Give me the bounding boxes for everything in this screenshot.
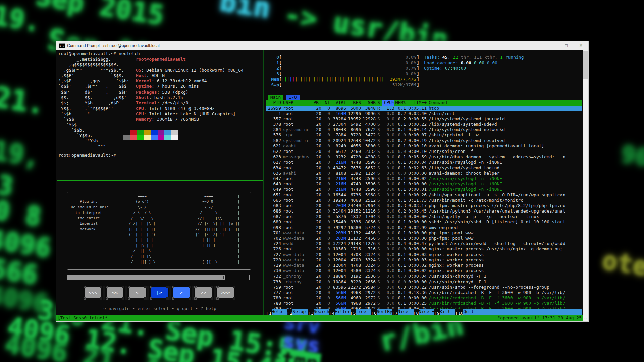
player-button-forward[interactable]: >> <box>195 287 212 298</box>
process-row[interactable]: 622root200661224602332S0.00.00:00.10/usr… <box>266 149 582 154</box>
tab-main[interactable]: Main <box>268 95 283 100</box>
process-cell: 0:00.00 <box>406 279 427 285</box>
player-button-step-forward[interactable]: > <box>173 287 190 298</box>
process-row[interactable]: 777root200566M49682972S0.00.10:18.36/usr… <box>266 290 582 295</box>
column-header-s[interactable]: S <box>376 100 382 106</box>
fkey-search[interactable]: F3Search <box>308 309 329 315</box>
scroll-down-icon[interactable]: ⌄ <box>583 316 588 321</box>
fkey-nice[interactable]: F8Nice + <box>414 309 435 315</box>
process-row[interactable]: 621avahi200824040563800S0.00.10:00.10ava… <box>266 143 582 149</box>
column-header-command[interactable]: Command <box>429 100 582 106</box>
maximize-button[interactable]: □ <box>559 41 574 50</box>
scrollbar[interactable]: ⌄ <box>583 50 588 321</box>
process-row[interactable]: 698root20079292163805724S0.00.20:02.99om… <box>266 225 582 230</box>
process-row[interactable]: 636avahi200810813921124S0.00.00:00.00ava… <box>266 171 582 176</box>
column-header-cpu[interactable]: CPU% <box>382 100 394 106</box>
process-row[interactable]: 702www-data200203M111324456S0.00.10:00.0… <box>266 236 582 241</box>
player-button-rewind[interactable]: << <box>107 287 123 298</box>
process-row[interactable]: 1root200164M122969096S0.00.20:03.40/sbin… <box>266 111 582 116</box>
process-row[interactable]: 357root200332841395212928S0.00.20:00.55/… <box>266 116 582 122</box>
fkey-help[interactable]: F1Help <box>266 309 287 315</box>
process-cell: avahi-daemon: running [openmediavault.lo… <box>429 143 582 149</box>
htop-meter: 1[0.0%] <box>268 60 419 66</box>
minimize-button[interactable]: – <box>544 41 559 50</box>
process-cell: 83596 <box>330 285 346 290</box>
fkey-quit[interactable]: F10Quit <box>455 309 479 315</box>
process-cell: 3800 <box>361 143 376 149</box>
process-row[interactable]: 759root200835962227219584S0.00.30:00.22/… <box>266 285 582 290</box>
process-row[interactable]: 733_chrony2001086432202656S0.00.00:00.00… <box>266 279 582 285</box>
info-label: Uptime <box>136 84 152 89</box>
process-row[interactable]: 378root2002730464924700S0.00.10:00.22/li… <box>266 122 582 127</box>
process-row[interactable]: 576_rpc200788437283472S0.00.00:00.07/sbi… <box>266 132 582 138</box>
player-button-play[interactable]: |> <box>151 287 168 298</box>
fkey-filter[interactable]: F4Filter <box>329 309 351 315</box>
process-row[interactable]: 26959root200869650003848R1.30.10:05.11ht… <box>266 106 582 111</box>
process-row[interactable]: 647root200216M47483596S0.00.10:00.02/usr… <box>266 176 582 181</box>
process-row[interactable]: 727www-data2001200447083324S0.00.10:00.0… <box>266 252 582 257</box>
text-segment: : <box>157 100 162 105</box>
process-row[interactable]: 701www-data200203M111324456S0.00.10:00.0… <box>266 230 582 236</box>
process-row[interactable]: 689root2001544093368056S0.00.10:00.00ssh… <box>266 219 582 225</box>
process-row[interactable]: 687root200587618321704S0.00.00:00.00/sbi… <box>266 214 582 219</box>
process-row[interactable]: 726root200103681716716S0.00.00:00.00ngin… <box>266 246 582 252</box>
process-cell: 636 <box>266 171 281 176</box>
column-header-user[interactable]: USER <box>283 100 310 106</box>
palette-row <box>123 135 178 140</box>
fkey-tree[interactable]: F5Tree <box>351 309 372 315</box>
close-button[interactable]: ✕ <box>574 41 588 50</box>
player-progress-bar[interactable] <box>67 275 251 280</box>
process-row[interactable]: 649root200216M47483596S0.00.10:00.01/usr… <box>266 187 582 192</box>
process-cell: root <box>283 106 310 111</box>
tab-io[interactable]: I/O <box>286 95 299 100</box>
process-cell: 0.0 <box>382 165 394 171</box>
process-cell: 0.0 <box>382 187 394 192</box>
column-header-time[interactable]: TIME+ <box>406 100 427 106</box>
player-control-bar: <<<<<<|>>>>>>> <box>85 286 234 299</box>
process-row[interactable]: 728www-data2001200447083324S0.00.10:00.0… <box>266 257 582 263</box>
column-header-mem[interactable]: MEM% <box>394 100 406 106</box>
player-button-forward-fast[interactable]: >>> <box>217 287 234 298</box>
process-row[interactable]: 729www-data2001200447083324S0.00.10:00.0… <box>266 263 582 268</box>
player-button-step-back[interactable]: < <box>129 287 146 298</box>
process-row[interactable]: 623messagebus200923247204208S0.00.10:05.… <box>266 154 582 160</box>
process-cell: 0.1 <box>394 198 406 203</box>
process-row[interactable]: 627root200216M47483596S0.00.10:00.04/usr… <box>266 160 582 165</box>
fkey-number: F4 <box>329 311 335 315</box>
process-row[interactable]: 788root200566M49682972S0.00.10:00.25/usr… <box>266 301 582 306</box>
fkey-sortby[interactable]: F6SortBy <box>371 309 392 315</box>
process-row[interactable]: 730www-data2001200445803324S0.00.10:00.0… <box>266 268 582 274</box>
process-row[interactable]: 724wsdd200372242914811276S0.00.40:00.47p… <box>266 241 582 246</box>
progress-endcap[interactable] <box>222 275 225 280</box>
column-header-ni[interactable]: NI <box>321 100 330 106</box>
process-row[interactable]: 789root200566M49682972S0.00.10:00.25/usr… <box>266 306 582 308</box>
process-row[interactable]: 582systemd-re200209241264810472S0.00.20:… <box>266 138 582 143</box>
fkey-kill[interactable]: F9Kill <box>434 309 455 315</box>
column-header-shr[interactable]: SHR <box>361 100 376 106</box>
column-header-res[interactable]: RES <box>346 100 361 106</box>
process-row[interactable]: 780root200566M49682972S0.00.10:00.00/usr… <box>266 295 582 301</box>
title-bar[interactable]: C:\ Command Prompt - ssh root@openmediav… <box>56 41 588 50</box>
process-cell: S <box>376 149 382 154</box>
process-row[interactable]: 686root200314041915211216S0.00.20:05.45/… <box>266 208 582 214</box>
fkey-nice[interactable]: F7Nice - <box>392 309 414 315</box>
process-cell: 0.1 <box>394 192 406 198</box>
process-cell: 20 <box>310 268 321 274</box>
process-row[interactable]: 683root200203M2444017964S0.00.30:03.17ph… <box>266 203 582 208</box>
process-row[interactable]: 665root2001924040682512S0.00.10:11.73/us… <box>266 198 582 203</box>
player-button-rewind-fast[interactable]: <<< <box>85 287 101 298</box>
column-header-pid[interactable]: PID <box>266 100 281 106</box>
process-row[interactable]: 651root2001654467365968S0.00.10:00.26/sb… <box>266 192 582 198</box>
process-row[interactable]: 384systemd-ne2001804886967672S0.00.10:00… <box>266 127 582 132</box>
process-cell: root <box>283 225 310 230</box>
column-header-virt[interactable]: VIRT <box>330 100 346 106</box>
meter-label: 3 <box>268 71 279 77</box>
process-row[interactable]: 634root2004947276766652S0.00.10:02.63/li… <box>266 165 582 171</box>
process-row[interactable]: 648root200216M47483596S0.00.10:00.00/usr… <box>266 181 582 187</box>
process-table-header[interactable]: PIDUSERPRINIVIRTRESSHRSCPU%MEM%TIME+Comm… <box>266 100 582 106</box>
scrollbar-thumb[interactable] <box>583 51 588 79</box>
process-row[interactable]: 732_chrony2001888431922536S0.00.00:00.04… <box>266 274 582 279</box>
column-header-pri[interactable]: PRI <box>310 100 321 106</box>
process-cell: 2332 <box>361 149 376 154</box>
fkey-setup[interactable]: F2Setup <box>287 309 309 315</box>
